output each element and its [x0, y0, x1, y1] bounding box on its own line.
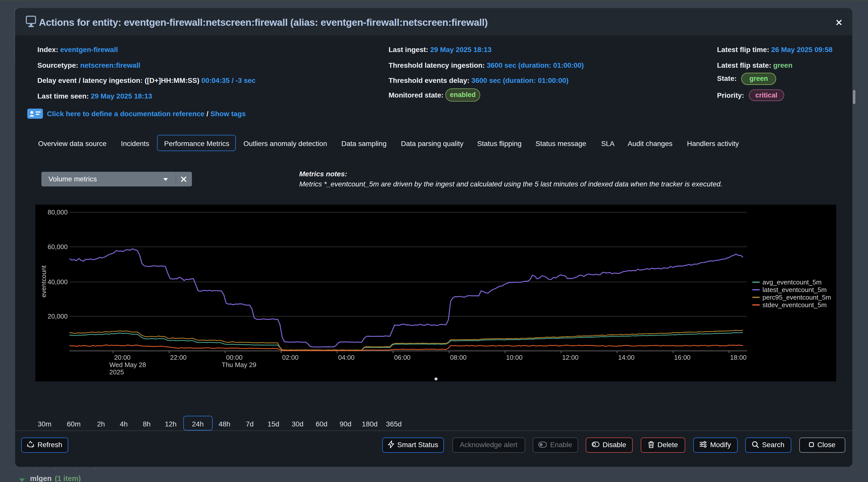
svg-text:80,000: 80,000 [48, 208, 68, 216]
svg-text:eventcount: eventcount [40, 265, 48, 298]
svg-text:08:00: 08:00 [450, 354, 467, 361]
svg-text:40,000: 40,000 [48, 278, 68, 286]
svg-text:avg_eventcount_5m: avg_eventcount_5m [763, 278, 822, 286]
svg-text:perc95_eventcount_5m: perc95_eventcount_5m [763, 294, 831, 301]
svg-text:00:00: 00:00 [226, 354, 243, 361]
svg-text:60,000: 60,000 [48, 243, 68, 250]
svg-text:2025: 2025 [109, 368, 124, 376]
svg-text:10:00: 10:00 [506, 354, 523, 361]
svg-text:Wed May 28: Wed May 28 [109, 361, 146, 368]
svg-text:latest_eventcount_5m: latest_eventcount_5m [763, 286, 827, 294]
svg-text:20:00: 20:00 [114, 354, 130, 361]
svg-text:Thu May 29: Thu May 29 [222, 361, 256, 368]
svg-text:stdev_eventcount_5m: stdev_eventcount_5m [763, 301, 827, 309]
svg-text:20,000: 20,000 [48, 312, 68, 320]
svg-text:04:00: 04:00 [338, 354, 354, 361]
svg-text:22:00: 22:00 [170, 354, 187, 361]
svg-text:16:00: 16:00 [674, 354, 690, 361]
svg-text:06:00: 06:00 [394, 354, 410, 361]
svg-text:18:00: 18:00 [730, 354, 747, 361]
svg-text:12:00: 12:00 [562, 354, 579, 361]
svg-text:02:00: 02:00 [282, 354, 299, 361]
svg-text:14:00: 14:00 [618, 354, 634, 361]
